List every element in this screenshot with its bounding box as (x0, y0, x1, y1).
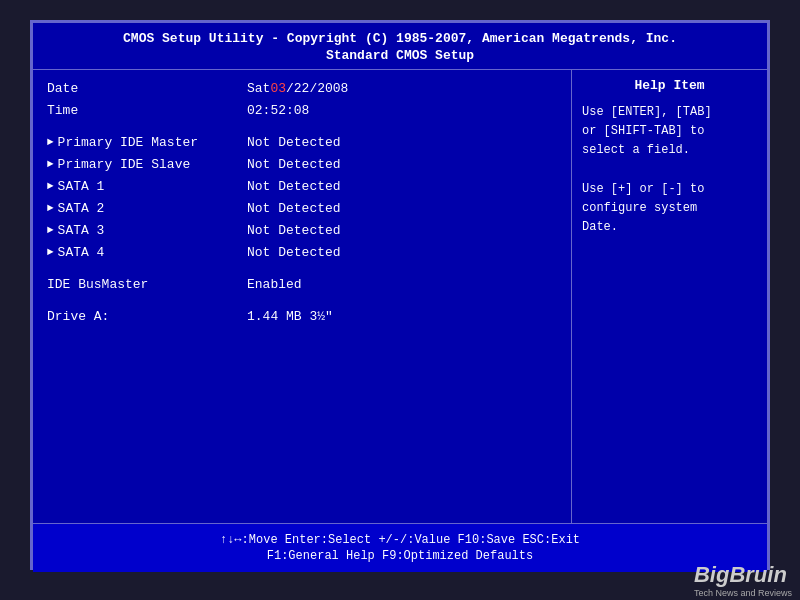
time-row[interactable]: Time 02:52:08 (47, 100, 557, 120)
sata1-row[interactable]: ► SATA 1 Not Detected (47, 176, 557, 196)
screenshot-wrapper: CMOS Setup Utility - Copyright (C) 1985-… (0, 0, 800, 600)
sata3-row[interactable]: ► SATA 3 Not Detected (47, 220, 557, 240)
triangle-icon2: ► (47, 158, 54, 170)
help-text: Use [ENTER], [TAB] or [SHIFT-TAB] to sel… (582, 103, 757, 237)
divider1 (47, 122, 557, 132)
drive-a-value: 1.44 MB 3½" (247, 309, 333, 324)
bios-title-line2: Standard CMOS Setup (37, 48, 763, 63)
date-value[interactable]: Sat 03 /22/2008 (247, 81, 348, 96)
sata2-row[interactable]: ► SATA 2 Not Detected (47, 198, 557, 218)
sata2-value: Not Detected (247, 201, 341, 216)
sata4-row[interactable]: ► SATA 4 Not Detected (47, 242, 557, 262)
footer-line2: F1:General Help F9:Optimized Defaults (267, 549, 533, 563)
date-label: Date (47, 81, 247, 96)
date-row[interactable]: Date Sat 03 /22/2008 (47, 78, 557, 98)
primary-ide-master-label: ► Primary IDE Master (47, 135, 247, 150)
primary-ide-master-row[interactable]: ► Primary IDE Master Not Detected (47, 132, 557, 152)
primary-ide-slave-row[interactable]: ► Primary IDE Slave Not Detected (47, 154, 557, 174)
triangle-icon3: ► (47, 180, 54, 192)
ide-busmaster-row[interactable]: IDE BusMaster Enabled (47, 274, 557, 294)
drive-a-row[interactable]: Drive A: 1.44 MB 3½" (47, 306, 557, 326)
time-value[interactable]: 02:52:08 (247, 103, 309, 118)
divider2 (47, 264, 557, 274)
sata2-label: ► SATA 2 (47, 201, 247, 216)
bios-header: CMOS Setup Utility - Copyright (C) 1985-… (33, 23, 767, 70)
ide-busmaster-value: Enabled (247, 277, 302, 292)
sata4-label: ► SATA 4 (47, 245, 247, 260)
sata1-label: ► SATA 1 (47, 179, 247, 194)
primary-ide-master-value: Not Detected (247, 135, 341, 150)
triangle-icon5: ► (47, 224, 54, 236)
watermark-small: Tech News and Reviews (694, 588, 792, 598)
bios-main-panel: Date Sat 03 /22/2008 Time 02:52:08 (33, 70, 572, 523)
bios-content: Date Sat 03 /22/2008 Time 02:52:08 (33, 70, 767, 524)
watermark-big: BigBruin (694, 562, 787, 587)
triangle-icon4: ► (47, 202, 54, 214)
bios-title-line1: CMOS Setup Utility - Copyright (C) 1985-… (37, 31, 763, 46)
time-label: Time (47, 103, 247, 118)
bios-help-panel: Help Item Use [ENTER], [TAB] or [SHIFT-T… (572, 70, 767, 523)
sata3-label: ► SATA 3 (47, 223, 247, 238)
bios-outer: CMOS Setup Utility - Copyright (C) 1985-… (30, 20, 770, 570)
divider3 (47, 296, 557, 306)
watermark: BigBruin Tech News and Reviews (694, 562, 792, 598)
sata3-value: Not Detected (247, 223, 341, 238)
primary-ide-slave-label: ► Primary IDE Slave (47, 157, 247, 172)
bios-footer: ↑↓↔:Move Enter:Select +/-/:Value F10:Sav… (33, 524, 767, 572)
footer-line1: ↑↓↔:Move Enter:Select +/-/:Value F10:Sav… (220, 533, 580, 547)
date-sat: Sat (247, 81, 270, 96)
date-month: 03 (270, 81, 286, 96)
triangle-icon: ► (47, 136, 54, 148)
triangle-icon6: ► (47, 246, 54, 258)
date-rest: /22/2008 (286, 81, 348, 96)
sata1-value: Not Detected (247, 179, 341, 194)
ide-busmaster-label: IDE BusMaster (47, 277, 247, 292)
sata4-value: Not Detected (247, 245, 341, 260)
help-title: Help Item (582, 78, 757, 93)
primary-ide-slave-value: Not Detected (247, 157, 341, 172)
drive-a-label: Drive A: (47, 309, 247, 324)
